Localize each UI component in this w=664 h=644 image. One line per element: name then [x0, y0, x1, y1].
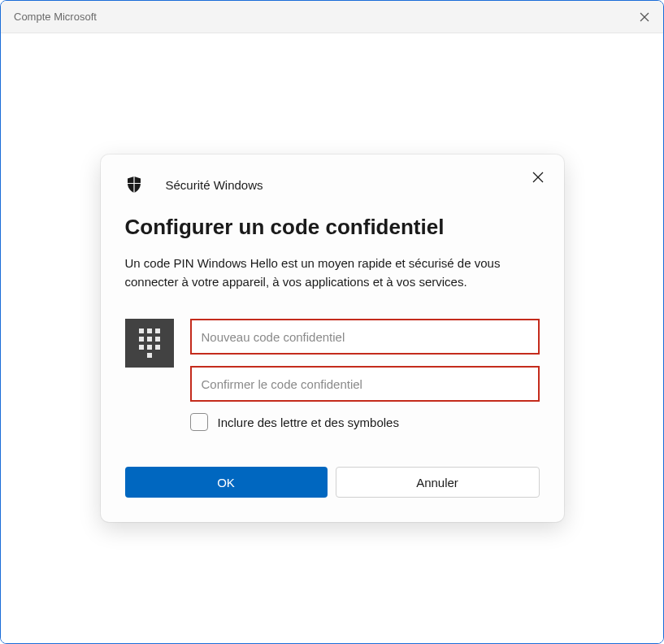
dialog-header: Sécurité Windows	[125, 176, 540, 194]
ok-button[interactable]: OK	[125, 467, 328, 498]
dialog-heading: Configurer un code confidentiel	[125, 215, 540, 240]
shield-icon	[125, 176, 143, 194]
include-letters-label: Inclure des lettre et des symboles	[218, 416, 399, 429]
cancel-button[interactable]: Annuler	[336, 467, 540, 498]
keypad-icon	[125, 319, 174, 368]
microsoft-account-window: Compte Microsoft Sécurité Windows	[0, 0, 664, 644]
confirm-pin-input[interactable]	[190, 366, 540, 402]
window-title-bar: Compte Microsoft	[1, 1, 663, 33]
new-pin-input[interactable]	[190, 319, 540, 355]
window-title: Compte Microsoft	[14, 11, 97, 23]
close-icon	[532, 172, 544, 183]
close-icon	[640, 12, 649, 22]
content-area: Sécurité Windows Configurer un code conf…	[1, 33, 663, 643]
windows-security-dialog: Sécurité Windows Configurer un code conf…	[101, 154, 564, 522]
pin-inputs-column	[190, 319, 540, 402]
include-letters-row: Inclure des lettre et des symboles	[190, 413, 540, 431]
include-letters-checkbox[interactable]	[190, 413, 208, 431]
dialog-close-button[interactable]	[528, 168, 548, 187]
window-close-button[interactable]	[626, 1, 663, 33]
dialog-button-row: OK Annuler	[125, 467, 540, 498]
dialog-header-title: Sécurité Windows	[166, 178, 263, 192]
dialog-description: Un code PIN Windows Hello est un moyen r…	[125, 255, 540, 291]
pin-form-row	[125, 319, 540, 402]
